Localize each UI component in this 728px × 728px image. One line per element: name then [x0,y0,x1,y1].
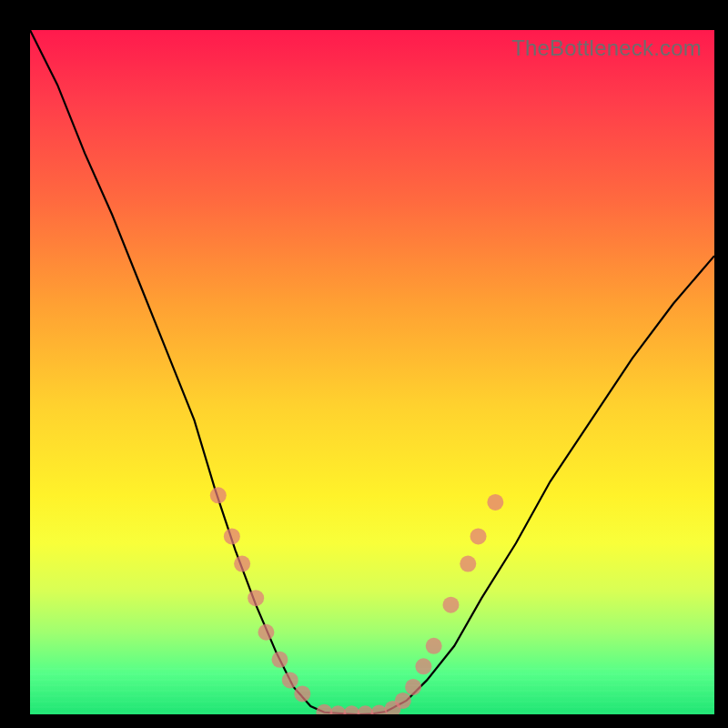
data-point [460,556,476,572]
data-point [224,528,240,544]
data-point [426,638,442,654]
green-zone-striations [30,664,714,714]
data-point [210,487,227,503]
data-point [248,590,264,606]
bottleneck-curve [30,30,714,714]
curve-layer [30,30,714,714]
data-point [487,494,503,511]
data-point [442,597,459,613]
data-point [470,528,487,544]
chart-frame: TheBottleneck.com [0,0,728,728]
plot-area: TheBottleneck.com [30,30,714,714]
data-point [258,624,274,641]
data-point [234,556,250,572]
